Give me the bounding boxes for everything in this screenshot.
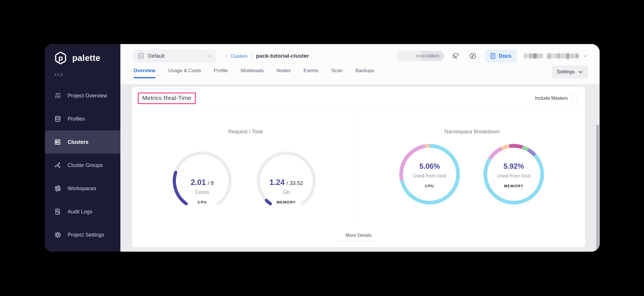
tab-workloads[interactable]: Workloads [240, 68, 264, 78]
project-selector-value: Default [148, 53, 164, 59]
breadcrumb-current-cluster: pack-tutorial-cluster [256, 53, 309, 59]
chart-icon [54, 92, 61, 99]
chat-icon [452, 52, 460, 60]
help-button[interactable] [468, 51, 478, 61]
request-total-heading: Request / Total [132, 129, 359, 135]
svg-text:p: p [58, 54, 63, 62]
cpu-gauge-unit: Cores [170, 189, 234, 195]
project-chart-icon [138, 52, 144, 59]
sidebar-item-label: Project Overview [68, 93, 107, 99]
annotation-highlight: Metrics Real-Time [138, 92, 196, 104]
include-masters-checkbox[interactable] [572, 95, 578, 101]
sidebar-item-label: Workspaces [68, 186, 96, 192]
settings-label: Settings [557, 69, 575, 75]
sidebar-item-project-overview[interactable]: Project Overview [45, 84, 120, 107]
card-title: Metrics Real-Time [142, 95, 191, 101]
audit-doc-icon [54, 208, 61, 215]
metrics-card: Metrics Real-Time Include Masters Reques… [132, 87, 585, 247]
sidebar-item-profiles[interactable]: Profiles [45, 107, 120, 130]
sidebar-item-project-settings[interactable]: Project Settings [45, 223, 120, 246]
tab-events[interactable]: Events [303, 68, 319, 78]
tab-backups[interactable]: Backups [355, 68, 374, 78]
logo[interactable]: p palette [45, 44, 120, 65]
app-window: p palette 4.1.9 Project Overview Profile… [45, 44, 600, 252]
tab-overview[interactable]: Overview [133, 68, 155, 78]
memory-donut-caption: Used from total [482, 173, 546, 179]
server-list-icon [54, 139, 61, 146]
topbar: Default / Clusters / pack-tutorial-clust… [120, 44, 600, 65]
memory-gauge: 1.24 / 33.52 Gb MEMORY [254, 149, 318, 213]
breadcrumb-link-clusters[interactable]: Clusters [230, 54, 247, 59]
sidebar-item-audit-logs[interactable]: Audit Logs [45, 200, 120, 223]
sidebar-item-label: Clusters [68, 139, 88, 145]
settings-button[interactable]: Settings [552, 66, 588, 78]
logo-text: palette [72, 53, 100, 63]
redacted-username [524, 53, 579, 59]
more-details-link[interactable]: More Details [341, 233, 376, 241]
user-menu[interactable] [524, 53, 588, 59]
active-tab-underline [133, 77, 155, 78]
cpu-donut: 5.06% Used from total CPU [398, 142, 462, 206]
memory-donut-label: MEMORY [482, 184, 546, 188]
project-selector[interactable]: Default [133, 50, 216, 63]
sidebar-menu: Project Overview Profiles Clusters [45, 84, 120, 246]
sidebar: p palette 4.1.9 Project Overview Profile… [45, 44, 120, 252]
memory-gauge-value: 1.24 [269, 178, 285, 187]
include-masters-control: Include Masters [535, 95, 578, 101]
palette-logo-icon: p [54, 51, 68, 65]
tab-scan[interactable]: Scan [331, 68, 343, 78]
docs-label: Docs [499, 53, 511, 59]
cpu-donut-label: CPU [398, 184, 462, 188]
sidebar-item-label: Cluster Groups [68, 162, 103, 168]
tab-nodes[interactable]: Nodes [276, 68, 291, 78]
request-total-panel: Request / Total 2.01 / 8 Cores CPU [132, 110, 359, 224]
namespace-breakdown-heading: Namespace Breakdown [359, 129, 585, 135]
cpu-donut-percent: 5.06% [398, 162, 462, 170]
memory-donut-percent: 5.92% [482, 162, 546, 170]
tab-profile[interactable]: Profile [214, 68, 228, 78]
docs-button[interactable]: Docs [485, 50, 517, 62]
tabs: Overview Usage & Costs Profile Workloads… [120, 65, 600, 78]
docs-book-icon [490, 53, 496, 59]
compass-icon [468, 52, 477, 60]
topbar-right: 0.61/100kCh [397, 50, 588, 62]
content-area: Metrics Real-Time Include Masters Reques… [120, 84, 600, 252]
sidebar-item-cluster-groups[interactable]: Cluster Groups [45, 154, 120, 177]
version-label: 4.1.9 [45, 65, 120, 77]
memory-donut: 5.92% Used from total MEMORY [482, 142, 546, 206]
tab-usage-costs[interactable]: Usage & Costs [168, 68, 201, 78]
chat-button[interactable] [451, 51, 461, 61]
include-masters-label: Include Masters [535, 96, 568, 101]
sidebar-item-clusters[interactable]: Clusters [45, 130, 120, 154]
cpu-donut-caption: Used from total [398, 173, 462, 179]
screenshot-canvas: p palette 4.1.9 Project Overview Profile… [0, 0, 644, 296]
orbit-icon [54, 185, 61, 192]
memory-gauge-unit: Gb [254, 189, 318, 195]
breadcrumb-slash: / [225, 53, 227, 59]
memory-gauge-total: / 33.52 [286, 180, 303, 186]
cpu-gauge-label: CPU [170, 200, 234, 204]
network-icon [54, 162, 61, 169]
chevron-down-icon [583, 53, 588, 59]
breadcrumb: / Clusters / pack-tutorial-cluster [225, 53, 309, 59]
chevron-down-icon [578, 70, 583, 74]
sidebar-item-workspaces[interactable]: Workspaces [45, 177, 120, 200]
cpu-gauge: 2.01 / 8 Cores CPU [170, 149, 234, 213]
breadcrumb-slash: / [251, 53, 252, 59]
header: Default / Clusters / pack-tutorial-clust… [120, 44, 600, 84]
vertical-scrollbar[interactable] [596, 125, 599, 252]
memory-gauge-label: MEMORY [254, 200, 318, 204]
gear-icon [54, 231, 61, 238]
cpu-gauge-total: / 8 [208, 180, 214, 186]
chevron-down-icon [207, 54, 212, 58]
sidebar-item-label: Project Settings [68, 232, 104, 238]
usage-pill-value: 0.61/100kCh [417, 51, 439, 61]
layers-icon [54, 115, 61, 122]
main-area: Default / Clusters / pack-tutorial-clust… [120, 44, 600, 252]
usage-pill: 0.61/100kCh [397, 51, 444, 61]
cpu-gauge-value: 2.01 [191, 178, 206, 187]
namespace-breakdown-panel: Namespace Breakdown 5.06% Used from tota… [359, 110, 585, 224]
sidebar-item-label: Audit Logs [68, 209, 92, 215]
sidebar-item-label: Profiles [68, 116, 85, 122]
